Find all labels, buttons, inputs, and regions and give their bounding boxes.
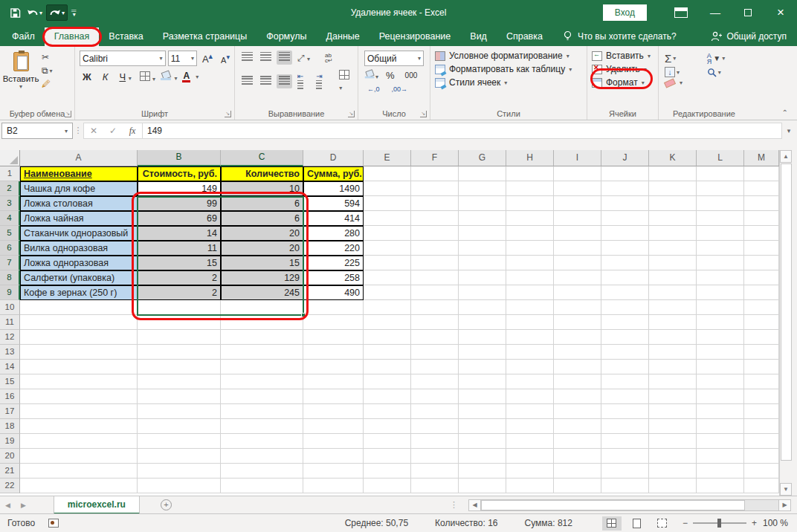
- cell-C16[interactable]: [221, 389, 303, 404]
- cell-E16[interactable]: [364, 389, 411, 404]
- cell-H13[interactable]: [506, 345, 554, 360]
- cell-J16[interactable]: [601, 389, 649, 404]
- cell-B18[interactable]: [138, 419, 221, 434]
- cell-I13[interactable]: [554, 345, 601, 360]
- cell-G22[interactable]: [459, 479, 506, 493]
- cell-B12[interactable]: [138, 330, 221, 345]
- orientation-button[interactable]: ⤢ ▾: [295, 51, 312, 65]
- column-header-E[interactable]: E: [364, 150, 411, 166]
- increase-indent-button[interactable]: ⇥: [314, 71, 329, 92]
- cell-M14[interactable]: [744, 360, 779, 374]
- cell-G12[interactable]: [459, 330, 506, 345]
- grow-font-button[interactable]: А▴: [199, 51, 216, 65]
- cell-K4[interactable]: [649, 211, 697, 226]
- cell-J20[interactable]: [601, 449, 649, 464]
- cell-B14[interactable]: [138, 360, 221, 374]
- cell-D11[interactable]: [303, 315, 364, 330]
- cell-H20[interactable]: [506, 449, 554, 464]
- cell-G13[interactable]: [459, 345, 506, 360]
- redo-dropdown-icon[interactable]: ▾: [62, 10, 65, 16]
- cell-H2[interactable]: [506, 181, 554, 196]
- cell-G9[interactable]: [459, 285, 506, 300]
- cell-G11[interactable]: [459, 315, 506, 330]
- cell-A2[interactable]: Чашка для кофе: [20, 181, 138, 196]
- cell-J6[interactable]: [601, 241, 649, 256]
- cell-E3[interactable]: [364, 196, 411, 211]
- cell-D9[interactable]: 490: [303, 285, 364, 300]
- cell-D5[interactable]: 280: [303, 226, 364, 241]
- cell-E1[interactable]: [364, 166, 411, 181]
- save-icon[interactable]: [7, 5, 23, 21]
- tell-me-box[interactable]: Что вы хотите сделать?: [563, 30, 677, 46]
- cell-M4[interactable]: [744, 211, 779, 226]
- cell-J13[interactable]: [601, 345, 649, 360]
- row-header-8[interactable]: 8: [0, 270, 20, 285]
- column-header-H[interactable]: H: [506, 150, 554, 166]
- cell-A5[interactable]: Стаканчик одноразовый: [20, 226, 138, 241]
- cell-D8[interactable]: 258: [303, 270, 364, 285]
- number-format-combo[interactable]: Общий▾: [364, 51, 424, 66]
- cell-J18[interactable]: [601, 419, 649, 434]
- zoom-in-icon[interactable]: +: [752, 518, 757, 528]
- insert-cells-button[interactable]: Вставить▾: [589, 49, 656, 62]
- cancel-icon[interactable]: ✕: [84, 126, 103, 136]
- cell-B19[interactable]: [138, 434, 221, 449]
- cell-L4[interactable]: [697, 211, 744, 226]
- cell-J22[interactable]: [601, 479, 649, 493]
- cell-M6[interactable]: [744, 241, 779, 256]
- cell-D22[interactable]: [303, 479, 364, 493]
- column-header-K[interactable]: K: [649, 150, 697, 166]
- cell-I17[interactable]: [554, 404, 601, 419]
- cell-H17[interactable]: [506, 404, 554, 419]
- cell-D15[interactable]: [303, 374, 364, 389]
- paste-button[interactable]: Вставить ▾: [1, 49, 40, 108]
- page-break-view-button[interactable]: [653, 516, 672, 531]
- tab-help[interactable]: Справка: [497, 27, 552, 46]
- cell-E11[interactable]: [364, 315, 411, 330]
- borders-button[interactable]: ▾: [140, 71, 155, 83]
- font-size-combo[interactable]: 11▾: [168, 51, 197, 66]
- cell-A21[interactable]: [20, 464, 138, 479]
- cell-I8[interactable]: [554, 270, 601, 285]
- decrease-indent-button[interactable]: ⇤: [295, 71, 311, 92]
- tab-view[interactable]: Вид: [460, 27, 497, 46]
- cell-H12[interactable]: [506, 330, 554, 345]
- cell-C17[interactable]: [221, 404, 303, 419]
- cell-C14[interactable]: [221, 360, 303, 374]
- cell-M1[interactable]: [744, 166, 779, 181]
- cell-K7[interactable]: [649, 256, 697, 270]
- wrap-text-button[interactable]: abc↵: [323, 51, 335, 65]
- cell-A17[interactable]: [20, 404, 138, 419]
- cell-E22[interactable]: [364, 479, 411, 493]
- cell-A8[interactable]: Салфетки (упаковка): [20, 270, 138, 285]
- cell-M5[interactable]: [744, 226, 779, 241]
- column-header-G[interactable]: G: [459, 150, 506, 166]
- cell-L5[interactable]: [697, 226, 744, 241]
- cell-G16[interactable]: [459, 389, 506, 404]
- accounting-format-button[interactable]: ▾: [364, 70, 378, 81]
- cell-H5[interactable]: [506, 226, 554, 241]
- cell-G5[interactable]: [459, 226, 506, 241]
- cell-B7[interactable]: 15: [138, 256, 221, 270]
- cell-K22[interactable]: [649, 479, 697, 493]
- cell-F13[interactable]: [411, 345, 459, 360]
- cell-A7[interactable]: Ложка одноразовая: [20, 256, 138, 270]
- cell-J9[interactable]: [601, 285, 649, 300]
- number-dialog-launcher[interactable]: [420, 111, 427, 117]
- cell-K6[interactable]: [649, 241, 697, 256]
- cell-L21[interactable]: [697, 464, 744, 479]
- cell-D21[interactable]: [303, 464, 364, 479]
- cell-C4[interactable]: 6: [221, 211, 303, 226]
- cell-B17[interactable]: [138, 404, 221, 419]
- cell-J10[interactable]: [601, 300, 649, 315]
- zoom-out-icon[interactable]: −: [683, 518, 688, 528]
- copy-button[interactable]: ⧉ ▾: [42, 65, 53, 76]
- row-header-14[interactable]: 14: [0, 360, 20, 374]
- cell-D14[interactable]: [303, 360, 364, 374]
- cell-B15[interactable]: [138, 374, 221, 389]
- cell-A14[interactable]: [20, 360, 138, 374]
- cell-J17[interactable]: [601, 404, 649, 419]
- cell-F11[interactable]: [411, 315, 459, 330]
- cell-K14[interactable]: [649, 360, 697, 374]
- row-header-13[interactable]: 13: [0, 345, 20, 360]
